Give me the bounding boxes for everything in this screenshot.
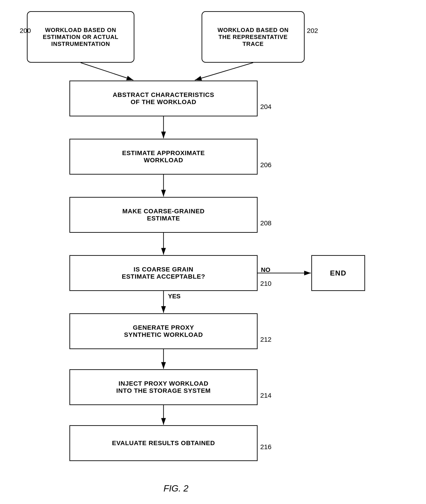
coarse-grained-label: MAKE COARSE-GRAINED ESTIMATE: [122, 208, 205, 222]
generate-proxy-box: GENERATE PROXY SYNTHETIC WORKLOAD: [70, 313, 258, 349]
yes-label: YES: [168, 293, 181, 300]
ref-210: 210: [260, 280, 271, 287]
ref-204: 204: [260, 103, 271, 110]
fig-label: FIG. 2: [163, 483, 188, 493]
is-acceptable-box: IS COARSE GRAIN ESTIMATE ACCEPTABLE?: [70, 255, 258, 291]
ref-200: 200: [20, 27, 31, 35]
evaluate-results-box: EVALUATE RESULTS OBTAINED: [70, 425, 258, 461]
svg-line-2: [195, 63, 253, 80]
ref-202: 202: [307, 27, 318, 35]
inject-proxy-box: INJECT PROXY WORKLOAD INTO THE STORAGE S…: [70, 369, 258, 405]
ref-214: 214: [260, 392, 271, 399]
ref-212: 212: [260, 336, 271, 343]
workload-estimation-box: WORKLOAD BASED ON ESTIMATION OR ACTUAL I…: [27, 11, 134, 63]
is-acceptable-label: IS COARSE GRAIN ESTIMATE ACCEPTABLE?: [122, 266, 205, 280]
end-box: END: [311, 255, 365, 291]
workload-trace-box: WORKLOAD BASED ON THE REPRESENTATIVE TRA…: [202, 11, 305, 63]
estimate-workload-label: ESTIMATE APPROXIMATE WORKLOAD: [122, 150, 205, 164]
evaluate-results-label: EVALUATE RESULTS OBTAINED: [112, 440, 215, 447]
ref-216: 216: [260, 443, 271, 451]
abstract-characteristics-box: ABSTRACT CHARACTERISTICS OF THE WORKLOAD: [70, 81, 258, 116]
no-label: NO: [261, 266, 270, 274]
ref-206: 206: [260, 161, 271, 169]
workload-trace-label: WORKLOAD BASED ON THE REPRESENTATIVE TRA…: [218, 27, 289, 48]
abstract-characteristics-label: ABSTRACT CHARACTERISTICS OF THE WORKLOAD: [113, 91, 214, 106]
generate-proxy-label: GENERATE PROXY SYNTHETIC WORKLOAD: [124, 324, 203, 338]
svg-line-1: [81, 63, 133, 80]
diagram-container: WORKLOAD BASED ON ESTIMATION OR ACTUAL I…: [0, 0, 426, 504]
coarse-grained-box: MAKE COARSE-GRAINED ESTIMATE: [70, 197, 258, 233]
ref-208: 208: [260, 219, 271, 227]
end-label: END: [330, 269, 347, 277]
workload-estimation-label: WORKLOAD BASED ON ESTIMATION OR ACTUAL I…: [43, 27, 119, 48]
estimate-workload-box: ESTIMATE APPROXIMATE WORKLOAD: [70, 139, 258, 175]
inject-proxy-label: INJECT PROXY WORKLOAD INTO THE STORAGE S…: [116, 380, 211, 394]
